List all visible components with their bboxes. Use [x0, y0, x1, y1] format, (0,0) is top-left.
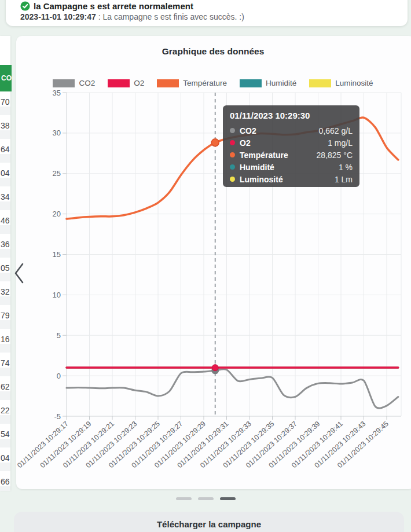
peek-table-cell-fragment: 46: [1, 215, 10, 226]
series-dot-icon: [230, 152, 235, 157]
peek-table-cell-fragment: 66: [1, 476, 10, 487]
download-campaign-button[interactable]: Télécharger la campagne: [14, 512, 404, 532]
series-dot-icon: [230, 140, 235, 145]
peek-table-cell-fragment: 74: [1, 357, 10, 369]
tooltip-row-o2: O21 mg/L: [230, 137, 353, 149]
series-dot-icon: [230, 164, 235, 170]
tooltip-rows: CO20,662 g/LO21 mg/LTempérature28,825 °C…: [230, 124, 353, 185]
legend-label: Température: [183, 79, 227, 87]
tooltip-series-value: 1 Lm: [335, 175, 353, 184]
peek-table-cell-fragment: 36: [1, 239, 10, 250]
tooltip-series-name: Luminosité: [240, 175, 283, 184]
check-circle-icon: [20, 1, 30, 11]
peek-table-rows: 7038640434463605327916746222540466: [0, 91, 10, 491]
banner-message: : La campagne s est finis avec succès. :…: [96, 12, 244, 21]
legend-label: CO2: [79, 79, 95, 87]
legend-swatch: [157, 79, 179, 87]
series-dot-icon: [230, 177, 235, 182]
banner-message-line: 2023-11-01 10:29:47 : La campagne s est …: [20, 12, 244, 21]
tooltip-series-name: Température: [240, 151, 288, 160]
peek-table-cell-fragment: 22: [1, 405, 10, 416]
legend-swatch: [53, 79, 75, 87]
legend-swatch: [108, 79, 130, 87]
peek-table-header-co2: CO2: [0, 65, 12, 91]
carousel-dot-2[interactable]: [198, 497, 214, 500]
legend-label: Humidité: [266, 79, 296, 87]
tooltip-series-name: Humidité: [240, 163, 274, 172]
carousel-dot-1[interactable]: [176, 497, 192, 500]
legend-swatch: [240, 79, 262, 87]
tooltip-row-humidité: Humidité1 %: [230, 161, 353, 173]
legend-item-température[interactable]: Température: [157, 79, 227, 87]
peek-table-cell-fragment: 32: [1, 286, 10, 298]
peek-table-cell-fragment: 38: [1, 120, 10, 131]
legend-item-humidité[interactable]: Humidité: [240, 79, 296, 87]
banner-title: la Campagne s est arrete normalement: [34, 1, 193, 11]
tooltip-series-name: CO2: [240, 126, 256, 135]
legend-item-co2[interactable]: CO2: [53, 79, 95, 87]
peek-table-cell-fragment: 04: [1, 167, 10, 179]
tooltip-row-température: Température28,825 °C: [230, 149, 353, 161]
banner-timestamp: 2023-11-01 10:29:47: [20, 12, 96, 21]
legend-item-o2[interactable]: O2: [108, 79, 144, 87]
legend-label: Luminosité: [335, 79, 373, 87]
peek-table-cell-fragment: 16: [1, 333, 10, 345]
tooltip-row-co2: CO20,662 g/L: [230, 124, 353, 137]
peek-table-cell-fragment: 54: [1, 428, 10, 440]
chart-legend: CO2O2TempératureHumiditéLuminosité: [16, 79, 410, 87]
tooltip-row-luminosité: Luminosité1 Lm: [230, 173, 353, 185]
peek-table-cell-fragment: 62: [1, 381, 10, 392]
chart-tooltip: 01/11/2023 10:29:30 CO20,662 g/LO21 mg/L…: [223, 105, 359, 187]
peek-table-cell-fragment: 05: [1, 262, 10, 274]
tooltip-series-value: 1 mg/L: [328, 138, 353, 148]
tooltip-series-value: 0,662 g/L: [319, 126, 353, 135]
banner-line1: la Campagne s est arrete normalement: [20, 1, 193, 11]
legend-swatch: [309, 79, 331, 87]
tooltip-series-name: O2: [240, 138, 251, 148]
chart-card: Graphique des données CO2O2TempératureHu…: [16, 36, 411, 489]
screen: la Campagne s est arrete normalement 202…: [0, 0, 411, 532]
legend-item-luminosité[interactable]: Luminosité: [309, 79, 373, 87]
chart-title: Graphique des données: [16, 46, 410, 57]
tooltip-series-value: 1 %: [339, 163, 353, 172]
status-banner: la Campagne s est arrete normalement 202…: [6, 0, 408, 26]
peek-table-cell-fragment: 64: [1, 144, 10, 155]
download-campaign-label: Télécharger la campagne: [157, 519, 261, 532]
series-dot-icon: [230, 128, 235, 133]
tooltip-series-value: 28,825 °C: [317, 151, 353, 160]
carousel-pagination: [0, 497, 411, 500]
legend-label: O2: [134, 79, 144, 87]
peek-table-cell-fragment: 04: [1, 452, 10, 464]
carousel-previous-slide-peek[interactable]: CO2 7038640434463605327916746222540466: [0, 36, 10, 491]
carousel-prev-button[interactable]: [14, 262, 24, 284]
tooltip-title: 01/11/2023 10:29:30: [230, 111, 353, 120]
peek-table-cell-fragment: 34: [1, 191, 10, 203]
peek-table-cell-fragment: 70: [1, 96, 10, 108]
carousel-dot-3[interactable]: [220, 497, 236, 500]
peek-table-cell-fragment: 79: [1, 310, 10, 321]
chevron-left-icon: [14, 262, 24, 284]
